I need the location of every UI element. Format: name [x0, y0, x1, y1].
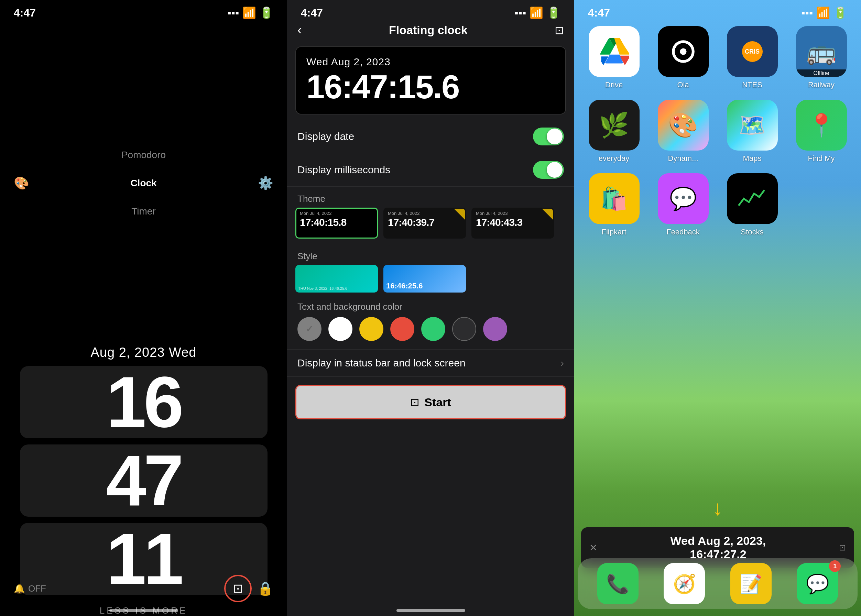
app-ntes-wrap[interactable]: CRIS NTES: [723, 26, 782, 90]
floating-clock-panel: 4:47 ▪▪▪ 📶 🔋 ‹ Floating clock ⊡ Wed Aug …: [287, 0, 574, 616]
app-label-everyday: everyday: [599, 154, 629, 163]
gold-corner-2: [454, 209, 465, 220]
status-bar-1: 4:47 ▪▪▪ 📶 🔋: [0, 0, 287, 19]
app-icon-findmy[interactable]: 📍: [796, 100, 847, 151]
time-display-1: 4:47: [14, 6, 36, 19]
bottom-bar: 🔔 OFF ⊡ 🔒: [0, 575, 287, 602]
pip-icon[interactable]: ⊡: [555, 24, 564, 37]
app-label-drive: Drive: [605, 80, 623, 90]
app-feedback-wrap[interactable]: 💬 Feedback: [654, 173, 713, 237]
back-button[interactable]: ‹: [297, 23, 302, 38]
clock-nav: 🎨 Pomodoro Clock Timer ⚙️: [0, 26, 287, 340]
app-icon-dynam[interactable]: 🎨: [658, 100, 709, 151]
toggle-ms-label: Display milliseconds: [297, 164, 390, 176]
app-label-railway: Railway: [808, 80, 834, 90]
app-icon-ola[interactable]: [658, 26, 709, 77]
chevron-right-icon: ›: [560, 357, 564, 369]
home-panel: 4:47 ▪▪▪ 📶 🔋 Drive: [574, 0, 861, 616]
fc-time-text: Wed Aug 2, 2023,16:47:27.2: [597, 534, 839, 561]
style-section-label: Style: [287, 244, 574, 265]
clock-preview: Wed Aug 2, 2023 16:47:15.6: [295, 46, 566, 115]
clock-panel: 4:47 ▪▪▪ 📶 🔋 🎨 Pomodoro Clock Timer ⚙️ A…: [0, 0, 287, 616]
nav-pomodoro[interactable]: Pomodoro: [121, 149, 166, 160]
color-dot-1[interactable]: [328, 317, 353, 341]
start-label: Start: [424, 396, 451, 409]
theme-section-label: Theme: [287, 187, 574, 207]
app-label-feedback: Feedback: [666, 228, 700, 237]
status-icons-3: ▪▪▪ 📶 🔋: [801, 6, 847, 19]
signal-icon-3: ▪▪▪: [801, 6, 813, 19]
app-icon-flipkart[interactable]: 🛍️: [589, 173, 639, 224]
alarm-status[interactable]: 🔔 OFF: [14, 583, 46, 594]
app-drive-wrap[interactable]: Drive: [584, 26, 643, 90]
app-maps-wrap[interactable]: 🗺️ Maps: [723, 100, 782, 163]
battery-icon-2: 🔋: [547, 6, 560, 19]
dock-notes[interactable]: 📝: [730, 563, 771, 604]
app-dynam-wrap[interactable]: 🎨 Dynam...: [654, 100, 713, 163]
app-ola-wrap[interactable]: Ola: [654, 26, 713, 90]
time-display-2: 4:47: [301, 6, 323, 19]
dock-phone[interactable]: 📞: [597, 563, 639, 604]
style-1-inner: THU Nov 3, 2022, 16:46:25.6: [298, 286, 375, 291]
color-dot-6[interactable]: [483, 317, 507, 341]
settings-icon[interactable]: ⚙️: [258, 176, 273, 190]
status-bar-3: 4:47 ▪▪▪ 📶 🔋: [574, 0, 861, 19]
status-icons-2: ▪▪▪ 📶 🔋: [515, 6, 560, 19]
color-dot-2[interactable]: [359, 317, 383, 341]
color-dot-4[interactable]: [421, 317, 445, 341]
whatsapp-icon: 💬: [806, 573, 829, 595]
bottom-icons: ⊡ 🔒: [224, 575, 273, 602]
app-icon-feedback[interactable]: 💬: [658, 173, 709, 224]
theme-card-1[interactable]: Mon Jul 4, 2022 17:40:15.8: [295, 207, 378, 239]
palette-icon[interactable]: 🎨: [14, 176, 29, 190]
app-findmy-wrap[interactable]: 📍 Find My: [792, 100, 851, 163]
bell-icon: 🔔: [14, 583, 25, 594]
theme-3-time: 17:40:43.3: [476, 217, 549, 228]
style-1-date: THU Nov 3, 2022, 16:46:25.6: [298, 286, 375, 291]
app-icon-drive[interactable]: [589, 26, 639, 77]
floating-title: Floating clock: [389, 24, 467, 37]
status-bar-settings-label: Display in status bar and lock screen: [297, 357, 466, 369]
color-row: [287, 317, 574, 349]
style-row: THU Nov 3, 2022, 16:46:25.6 16:46:25.6: [287, 265, 574, 298]
status-bar-settings-row[interactable]: Display in status bar and lock screen ›: [287, 349, 574, 377]
toggle-ms[interactable]: [533, 161, 564, 179]
gold-corner-3: [542, 209, 553, 220]
theme-1-time: 17:40:15.8: [300, 217, 373, 228]
lock-icon[interactable]: 🔒: [257, 581, 273, 596]
theme-2-time: 17:40:39.7: [388, 217, 461, 228]
safari-icon: 🧭: [673, 573, 696, 595]
nav-timer[interactable]: Timer: [131, 206, 156, 217]
app-icon-ntes[interactable]: CRIS: [727, 26, 778, 77]
toggle-date[interactable]: [533, 127, 564, 145]
theme-card-2[interactable]: Mon Jul 4, 2022 17:40:39.7: [383, 207, 466, 239]
style-card-2[interactable]: 16:46:25.6: [383, 265, 466, 292]
alarm-label: OFF: [28, 583, 46, 594]
app-railway-wrap[interactable]: 🚌 Offline Railway: [792, 26, 851, 90]
time-display-3: 4:47: [588, 6, 610, 19]
app-icon-maps[interactable]: 🗺️: [727, 100, 778, 151]
style-card-1[interactable]: THU Nov 3, 2022, 16:46:25.6: [295, 265, 378, 292]
app-icon-stocks[interactable]: [727, 173, 778, 224]
fc-close-icon[interactable]: ✕: [589, 542, 597, 553]
signal-icon-2: ▪▪▪: [515, 6, 526, 19]
app-stocks-wrap[interactable]: Stocks: [723, 173, 782, 237]
app-flipkart-wrap[interactable]: 🛍️ Flipkart: [584, 173, 643, 237]
fc-pip-icon[interactable]: ⊡: [839, 543, 846, 552]
dock-safari[interactable]: 🧭: [664, 563, 705, 604]
app-everyday-wrap[interactable]: 🌿 everyday: [584, 100, 643, 163]
signal-icon: ▪▪▪: [227, 6, 239, 19]
color-dot-0[interactable]: [297, 317, 321, 341]
start-button[interactable]: ⊡ Start: [295, 385, 566, 420]
status-bar-2: 4:47 ▪▪▪ 📶 🔋: [287, 0, 574, 19]
app-icon-railway[interactable]: 🚌 Offline: [796, 26, 847, 77]
app-label-stocks: Stocks: [741, 228, 763, 237]
dock-whatsapp[interactable]: 💬 1: [797, 563, 838, 604]
app-icon-everyday[interactable]: 🌿: [589, 100, 639, 151]
floating-clock-button[interactable]: ⊡: [224, 575, 252, 602]
nav-clock[interactable]: Clock: [130, 178, 156, 189]
color-dot-3[interactable]: [390, 317, 414, 341]
hours-value: 16: [106, 366, 181, 438]
color-dot-5[interactable]: [452, 317, 476, 341]
theme-card-3[interactable]: Mon Jul 4, 2023 17:40:43.3: [471, 207, 554, 239]
